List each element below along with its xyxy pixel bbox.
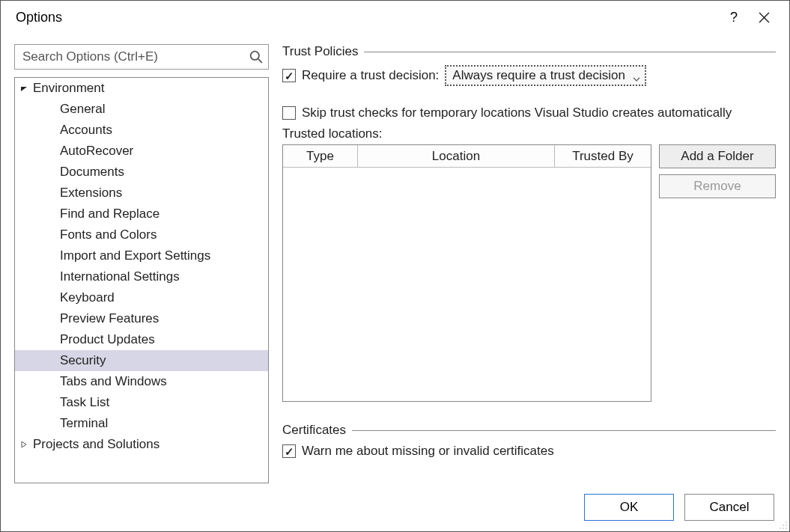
- tree-item-find-and-replace[interactable]: Find and Replace: [15, 204, 268, 224]
- help-icon[interactable]: ?: [719, 10, 749, 25]
- require-trust-label: Require a trust decision:: [302, 68, 439, 83]
- search-input[interactable]: [14, 44, 269, 70]
- col-trustedby[interactable]: Trusted By: [555, 145, 651, 167]
- trusted-locations-table[interactable]: Type Location Trusted By: [282, 144, 651, 402]
- tree-item-projects-and-solutions[interactable]: Projects and Solutions: [15, 434, 268, 455]
- tree-item-label: Accounts: [60, 123, 112, 138]
- chevron-down-icon: [633, 72, 640, 79]
- tree-item-label: Product Updates: [60, 332, 155, 347]
- tree-item-general[interactable]: General: [15, 99, 268, 120]
- options-tree[interactable]: EnvironmentGeneralAccountsAutoRecoverDoc…: [14, 77, 269, 483]
- skip-temp-checkbox[interactable]: [282, 106, 296, 120]
- svg-point-2: [786, 522, 787, 523]
- svg-point-6: [783, 528, 784, 529]
- cancel-button[interactable]: Cancel: [684, 494, 774, 521]
- table-body: [283, 168, 651, 401]
- window-title: Options: [16, 10, 719, 25]
- table-header: Type Location Trusted By: [283, 145, 651, 168]
- tree-item-preview-features[interactable]: Preview Features: [15, 308, 268, 329]
- resize-grip-icon[interactable]: [777, 519, 788, 530]
- svg-point-5: [780, 528, 781, 529]
- tree-item-task-list[interactable]: Task List: [15, 392, 268, 413]
- col-location[interactable]: Location: [358, 145, 555, 167]
- tree-item-label: Terminal: [60, 416, 108, 431]
- tree-item-label: International Settings: [60, 269, 180, 284]
- tree-item-documents[interactable]: Documents: [15, 162, 268, 183]
- titlebar: Options ?: [1, 1, 789, 34]
- svg-point-4: [786, 525, 787, 526]
- tree-item-security[interactable]: Security: [15, 350, 268, 371]
- tree-item-label: Security: [60, 353, 106, 368]
- tree-item-accounts[interactable]: Accounts: [15, 120, 268, 141]
- tree-item-product-updates[interactable]: Product Updates: [15, 329, 268, 350]
- svg-point-3: [783, 525, 784, 526]
- tree-item-autorecover[interactable]: AutoRecover: [15, 141, 268, 162]
- tree-item-label: AutoRecover: [60, 144, 133, 159]
- tree-item-label: Tabs and Windows: [60, 374, 167, 389]
- tree-item-label: Find and Replace: [60, 207, 159, 221]
- warn-certs-label: Warn me about missing or invalid certifi…: [302, 444, 554, 459]
- tree-item-label: Documents: [60, 165, 124, 180]
- tree-item-label: Preview Features: [60, 311, 159, 326]
- tree-item-import-and-export-settings[interactable]: Import and Export Settings: [15, 245, 268, 266]
- trust-decision-select[interactable]: Always require a trust decision: [445, 65, 646, 86]
- ok-button[interactable]: OK: [584, 494, 674, 521]
- tree-item-label: Extensions: [60, 186, 122, 201]
- expander-open-icon[interactable]: [19, 84, 28, 93]
- add-folder-button[interactable]: Add a Folder: [659, 144, 776, 168]
- require-trust-checkbox[interactable]: [282, 69, 296, 82]
- tree-item-extensions[interactable]: Extensions: [15, 183, 268, 204]
- close-icon[interactable]: [749, 12, 779, 23]
- tree-item-keyboard[interactable]: Keyboard: [15, 287, 268, 308]
- tree-item-fonts-and-colors[interactable]: Fonts and Colors: [15, 224, 268, 245]
- trusted-locations-label: Trusted locations:: [282, 126, 776, 141]
- tree-item-label: Fonts and Colors: [60, 227, 157, 242]
- warn-certs-checkbox[interactable]: [282, 444, 296, 458]
- tree-item-terminal[interactable]: Terminal: [15, 413, 268, 434]
- svg-point-7: [786, 528, 787, 529]
- tree-item-label: Projects and Solutions: [33, 437, 159, 452]
- tree-item-label: Import and Export Settings: [60, 248, 210, 263]
- main-panel: Trust Policies Require a trust decision:…: [282, 44, 776, 483]
- tree-item-label: Environment: [33, 81, 104, 96]
- trust-policies-group: Trust Policies: [282, 44, 776, 59]
- tree-item-environment[interactable]: Environment: [15, 78, 268, 99]
- dialog-footer: OK Cancel: [1, 483, 789, 531]
- certificates-group: Certificates: [282, 423, 776, 438]
- tree-item-label: General: [60, 102, 105, 117]
- tree-item-international-settings[interactable]: International Settings: [15, 266, 268, 287]
- remove-button[interactable]: Remove: [659, 174, 776, 198]
- tree-item-label: Task List: [60, 395, 109, 410]
- options-dialog: Options ? EnvironmentGeneralAccountsAuto…: [0, 0, 790, 532]
- skip-temp-label: Skip trust checks for temporary location…: [302, 106, 732, 120]
- expander-closed-icon[interactable]: [19, 440, 28, 449]
- tree-item-tabs-and-windows[interactable]: Tabs and Windows: [15, 371, 268, 392]
- sidebar: EnvironmentGeneralAccountsAutoRecoverDoc…: [14, 44, 269, 483]
- tree-item-label: Keyboard: [60, 290, 115, 305]
- col-type[interactable]: Type: [283, 145, 358, 167]
